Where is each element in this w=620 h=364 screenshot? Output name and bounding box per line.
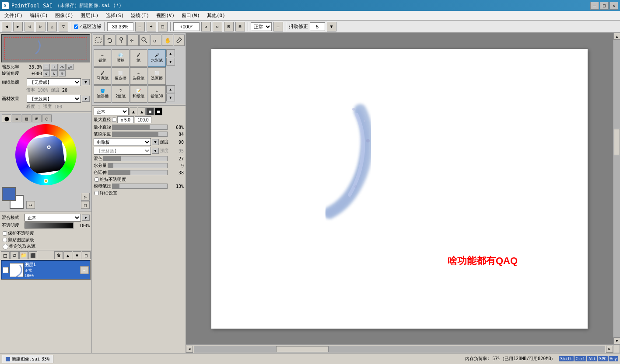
- scroll-left-button[interactable]: ◀: [186, 346, 193, 353]
- zoom-minus-button[interactable]: —: [135, 22, 145, 31]
- washi-tool-button[interactable]: 📝 和纸笔: [130, 85, 147, 103]
- layer-extra-button[interactable]: □: [82, 251, 91, 259]
- file-tab[interactable]: 新建图像.sai 33%: [2, 355, 53, 363]
- color-tab-wheel[interactable]: ⬤: [2, 114, 11, 122]
- scale-flip-h[interactable]: ◁▷: [59, 64, 66, 70]
- transform-tool[interactable]: ↺: [151, 35, 161, 46]
- material-dropdown[interactable]: ▼: [152, 148, 159, 154]
- brush-scroll-down[interactable]: ▼: [166, 58, 175, 66]
- color-wheel-ring[interactable]: [15, 124, 77, 185]
- maximize-button[interactable]: □: [600, 2, 609, 10]
- rotate-cw-button[interactable]: ↻: [213, 22, 222, 31]
- max-diameter-val-input[interactable]: [135, 116, 151, 123]
- stabilizer-dropdown[interactable]: ▼: [327, 22, 336, 31]
- detail-settings-checkbox[interactable]: [95, 191, 99, 195]
- blend-mode-select[interactable]: 正常: [251, 22, 272, 31]
- nav-back-button[interactable]: ◀: [2, 22, 11, 31]
- rotate-ccw-button[interactable]: ↺: [201, 22, 211, 31]
- color-extend-slider[interactable]: [108, 170, 168, 175]
- brush-mode-btn-1[interactable]: ▲: [130, 107, 137, 115]
- brush-density-slider[interactable]: [112, 132, 168, 137]
- nav-up-button[interactable]: △: [47, 22, 57, 31]
- layer-blend-mode-select[interactable]: 正常: [25, 214, 81, 222]
- scroll-track-horizontal[interactable]: [194, 346, 605, 353]
- nav-forward-button[interactable]: ▶: [13, 22, 23, 31]
- zoom-tool[interactable]: [139, 35, 150, 46]
- stabilizer-input[interactable]: [310, 22, 325, 31]
- blend-minus-button[interactable]: —: [273, 22, 283, 31]
- max-diameter-x-input[interactable]: [117, 116, 134, 123]
- rotation-input[interactable]: [173, 22, 200, 31]
- merge-layer-button[interactable]: ⬛: [28, 251, 37, 259]
- zoom-plus-button[interactable]: +: [147, 22, 156, 31]
- layer-down-button[interactable]: ▼: [73, 251, 81, 259]
- hand-tool[interactable]: ✋: [162, 35, 173, 46]
- pencil-tool-button[interactable]: ✏ 铅笔: [94, 49, 111, 67]
- paper-texture-dropdown[interactable]: ▼: [82, 79, 90, 85]
- max-diameter-checkbox[interactable]: [112, 118, 116, 122]
- material-select[interactable]: 【无材质】: [94, 147, 151, 155]
- menu-window[interactable]: 窗口(W): [178, 11, 203, 20]
- menu-image[interactable]: 图像(C): [52, 11, 77, 20]
- flip-v-button[interactable]: ⊞: [235, 22, 245, 31]
- eraser-tool-button[interactable]: ⬜ 橡皮擦: [112, 67, 129, 85]
- menu-filter[interactable]: 滤镜(T): [127, 11, 153, 20]
- scroll-up-button[interactable]: ▲: [613, 33, 620, 40]
- pen-tool-button[interactable]: 🖊 笔: [130, 49, 147, 67]
- delete-layer-button[interactable]: 🗑: [54, 251, 63, 259]
- scroll-track-vertical[interactable]: [613, 40, 620, 337]
- color-extra-btn-2[interactable]: □: [81, 201, 90, 209]
- menu-edit[interactable]: 编辑(E): [26, 11, 52, 20]
- nav-down-button[interactable]: ▽: [59, 22, 68, 31]
- pencil30-tool-button[interactable]: ✏ 铅笔30: [148, 85, 165, 103]
- min-diameter-slider[interactable]: [112, 125, 168, 130]
- brush-scroll-up-2[interactable]: ▲: [166, 85, 175, 93]
- flip-h-button[interactable]: ⊡: [224, 22, 234, 31]
- selection-source-radio[interactable]: [3, 244, 8, 250]
- blend-mode-dropdown[interactable]: ▼: [82, 215, 90, 221]
- canvas-effect-select[interactable]: 【无效果】: [27, 95, 81, 103]
- layer-visibility-toggle[interactable]: 👁: [3, 267, 9, 273]
- scale-flip-v[interactable]: △▽: [67, 64, 74, 70]
- mix-slider[interactable]: [103, 156, 168, 161]
- selection-rect-tool[interactable]: [93, 35, 104, 46]
- nav-left-button[interactable]: ◁: [25, 22, 34, 31]
- selection-eraser-tool-button[interactable]: ⬜ 选区擦: [148, 67, 165, 85]
- texture-dropdown[interactable]: ▼: [152, 139, 159, 145]
- blur-pressure-slider[interactable]: [112, 184, 168, 189]
- value2-tool-button[interactable]: 2 2值笔: [112, 85, 129, 103]
- menu-select[interactable]: 选择(S): [102, 11, 128, 20]
- bucket-tool-button[interactable]: 🪣 油漆桶: [94, 85, 111, 103]
- texture-select[interactable]: 电路板: [94, 138, 151, 146]
- protect-opacity-checkbox[interactable]: [3, 231, 7, 236]
- vertical-scrollbar[interactable]: ▲ ▼: [613, 33, 620, 344]
- move-tool[interactable]: ✛: [127, 35, 138, 46]
- scroll-down-button[interactable]: ▼: [613, 337, 620, 344]
- color-extra-btn-1[interactable]: ▷: [81, 193, 90, 201]
- canvas-effect-dropdown[interactable]: ▼: [82, 96, 90, 102]
- scroll-thumb-horizontal[interactable]: [276, 346, 329, 352]
- menu-other[interactable]: 其他(O): [203, 11, 229, 20]
- horizontal-scrollbar[interactable]: ◀ ▶: [186, 344, 613, 353]
- layer-up-button[interactable]: ▲: [63, 251, 72, 259]
- color-tab-rgb[interactable]: ≡: [12, 114, 21, 122]
- brush-mode-btn-4[interactable]: ■: [154, 107, 162, 115]
- minimize-button[interactable]: —: [590, 2, 599, 10]
- scale-minus-button[interactable]: —: [43, 64, 50, 70]
- opacity-slider[interactable]: [25, 222, 74, 229]
- magic-wand-tool[interactable]: [116, 35, 127, 46]
- maintain-opacity-checkbox[interactable]: [95, 177, 99, 182]
- watercolor-tool-button[interactable]: 🖌 水彩笔: [148, 49, 165, 67]
- color-wheel-container[interactable]: [15, 124, 77, 185]
- layer-item[interactable]: 👁 图层1 正常 100% ✏: [1, 260, 90, 279]
- new-layer-button[interactable]: □: [1, 251, 10, 259]
- fg-bg-swatches[interactable]: [2, 187, 24, 209]
- swap-colors-button[interactable]: ↔: [26, 201, 35, 209]
- color-tab-palette[interactable]: ⊞: [32, 114, 42, 122]
- nav-right-button[interactable]: ▷: [36, 22, 46, 31]
- brush-blend-mode-select[interactable]: 正常: [94, 107, 129, 115]
- show-selection-edge-check[interactable]: ✓选区边缘: [74, 23, 102, 30]
- brush-mode-btn-3[interactable]: ■: [146, 107, 154, 115]
- water-slider[interactable]: [108, 163, 168, 168]
- scroll-thumb-vertical[interactable]: [614, 129, 620, 155]
